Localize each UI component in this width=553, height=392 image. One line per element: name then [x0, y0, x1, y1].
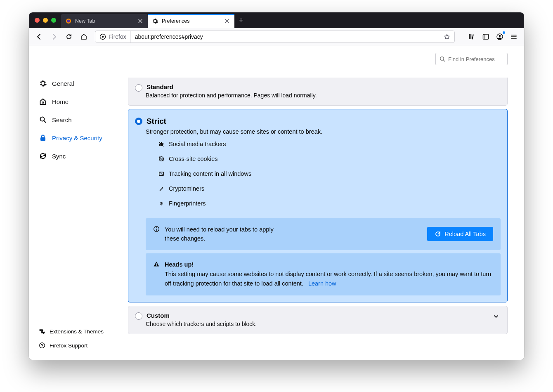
close-tab-icon[interactable]	[137, 18, 144, 24]
svg-point-35	[156, 265, 157, 266]
tracker-fingerprint: Fingerprinters	[158, 200, 501, 207]
reload-button[interactable]	[63, 31, 75, 43]
library-button[interactable]	[466, 31, 478, 43]
notification-dot	[503, 31, 505, 34]
tracker-label: Cross-site cookies	[169, 156, 217, 162]
content-area: General Home Search Privacy & Security S…	[29, 45, 524, 360]
custom-title: Custom	[147, 312, 170, 319]
sidebar-label: Firefox Support	[50, 342, 87, 349]
sidebar-item-home[interactable]: Home	[39, 92, 128, 111]
tracker-content: Tracking content in all windows	[158, 170, 501, 177]
standard-title: Standard	[147, 83, 173, 90]
app-menu-button[interactable]	[508, 31, 520, 43]
standard-card[interactable]: Standard Balanced for protection and per…	[128, 78, 508, 106]
tracker-social: Social media trackers	[158, 141, 501, 147]
radio-strict[interactable]	[135, 118, 142, 125]
tab-strip: New Tab Preferences +	[29, 12, 524, 28]
sidebar-label: Home	[52, 98, 69, 105]
preferences-main: Find in Preferences Standard Balanced fo…	[128, 45, 524, 360]
custom-card[interactable]: Custom Choose which trackers and scripts…	[128, 306, 508, 334]
radio-custom[interactable]	[135, 312, 142, 320]
back-button[interactable]	[33, 31, 45, 43]
chevron-down-icon[interactable]	[493, 314, 499, 319]
forward-button[interactable]	[48, 31, 60, 43]
reload-message: You will need to reload your tabs to app…	[165, 225, 280, 243]
preferences-sidebar: General Home Search Privacy & Security S…	[29, 45, 128, 360]
sidebar-item-privacy[interactable]: Privacy & Security	[39, 129, 128, 147]
sidebar-support-link[interactable]: Firefox Support	[39, 338, 128, 352]
identity-label: Firefox	[109, 33, 126, 40]
reload-all-tabs-button[interactable]: Reload All Tabs	[427, 227, 493, 241]
tracker-list: Social media trackers Cross-site cookies…	[158, 141, 501, 207]
strict-card[interactable]: Strict Stronger protection, but may caus…	[128, 109, 508, 302]
warning-icon	[153, 261, 160, 289]
tracker-label: Social media trackers	[169, 141, 226, 147]
cookie-icon	[158, 156, 165, 162]
identity-box[interactable]: Firefox	[95, 31, 131, 43]
svg-rect-7	[483, 34, 489, 39]
pickaxe-icon	[158, 185, 165, 192]
strict-desc: Stronger protection, but may cause some …	[146, 128, 501, 135]
svg-point-25	[162, 158, 163, 159]
sidebar-extensions-link[interactable]: Extensions & Themes	[39, 324, 128, 338]
url-bar[interactable]: Firefox about:preferences#privacy	[95, 31, 455, 43]
close-window-button[interactable]	[35, 18, 40, 23]
info-icon	[153, 226, 160, 232]
fingerprint-icon	[158, 200, 165, 207]
svg-point-19	[42, 347, 43, 347]
sidebar-label: Search	[52, 116, 72, 123]
svg-rect-6	[472, 34, 474, 39]
tracker-crypto: Cryptominers	[158, 185, 501, 192]
close-tab-icon[interactable]	[224, 18, 230, 24]
firefox-icon	[65, 18, 72, 24]
sidebar-item-general[interactable]: General	[39, 74, 128, 92]
heads-up-warning: Heads up! This setting may cause some we…	[146, 253, 501, 295]
tracker-label: Fingerprinters	[169, 200, 206, 207]
sidebar-label: General	[52, 80, 74, 87]
svg-rect-17	[41, 137, 45, 141]
svg-line-30	[160, 172, 163, 176]
reload-infobox: You will need to reload your tabs to app…	[146, 218, 501, 250]
find-placeholder: Find in Preferences	[448, 56, 495, 62]
window-controls[interactable]	[32, 18, 61, 23]
sidebar-label: Privacy & Security	[52, 135, 102, 142]
custom-desc: Choose which trackers and scripts to blo…	[146, 321, 501, 327]
svg-line-16	[44, 121, 46, 123]
window-icon	[158, 170, 165, 177]
account-button[interactable]	[494, 31, 506, 43]
home-button[interactable]	[78, 31, 90, 43]
svg-rect-33	[156, 229, 156, 231]
svg-line-21	[443, 60, 444, 61]
sidebar-toggle-button[interactable]	[480, 31, 492, 43]
radio-standard[interactable]	[135, 84, 142, 92]
tab-preferences[interactable]: Preferences	[148, 14, 234, 28]
svg-point-10	[499, 35, 501, 37]
gear-icon	[152, 18, 158, 24]
bookmark-star-icon[interactable]	[440, 33, 454, 40]
strict-title: Strict	[147, 117, 166, 126]
sidebar-label: Extensions & Themes	[50, 328, 104, 335]
find-in-preferences[interactable]: Find in Preferences	[435, 53, 508, 65]
zoom-window-button[interactable]	[51, 18, 56, 23]
tab-label: Preferences	[162, 18, 189, 24]
reload-button-label: Reload All Tabs	[444, 231, 486, 237]
svg-point-1	[67, 20, 70, 23]
svg-rect-34	[156, 263, 156, 265]
sidebar-item-search[interactable]: Search	[39, 111, 128, 129]
svg-rect-4	[469, 34, 470, 39]
tracking-protection-panels: Standard Balanced for protection and per…	[128, 78, 508, 334]
thumb-icon	[158, 141, 165, 147]
sidebar-item-sync[interactable]: Sync	[39, 147, 128, 165]
browser-window: New Tab Preferences +	[29, 12, 524, 360]
tracker-cookies: Cross-site cookies	[158, 156, 501, 162]
tab-new-tab[interactable]: New Tab	[61, 14, 148, 28]
tracker-label: Tracking content in all windows	[169, 170, 251, 177]
svg-point-32	[156, 227, 157, 228]
svg-rect-14	[42, 102, 43, 103]
svg-point-26	[161, 159, 161, 160]
new-tab-button[interactable]: +	[234, 14, 248, 27]
minimize-window-button[interactable]	[43, 18, 48, 23]
learn-how-link[interactable]: Learn how	[308, 280, 336, 287]
sidebar-label: Sync	[52, 153, 66, 160]
tab-label: New Tab	[75, 18, 95, 24]
